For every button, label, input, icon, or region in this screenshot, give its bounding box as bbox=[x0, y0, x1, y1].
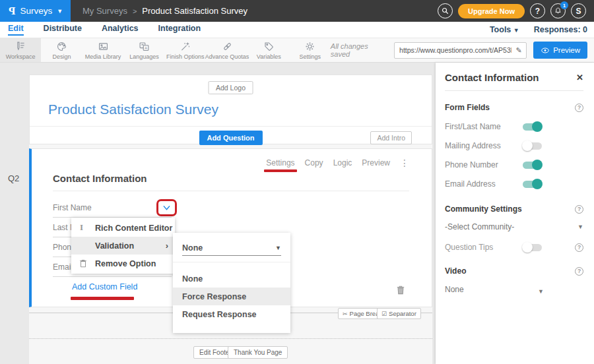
validation-option-force-response[interactable]: Force Response bbox=[173, 288, 290, 305]
question-action-settings[interactable]: Settings bbox=[266, 158, 294, 167]
responses-count[interactable]: Responses: 0 bbox=[534, 25, 587, 34]
toggle-row-mailing-address: Mailing Address bbox=[445, 141, 583, 150]
toggle-first-last-name[interactable] bbox=[523, 123, 542, 131]
community-settings-heading: Community Settings bbox=[445, 204, 522, 214]
chevron-right-icon: › bbox=[166, 241, 168, 251]
chevron-down-icon: ▼ bbox=[538, 288, 544, 295]
question-action-logic[interactable]: Logic bbox=[333, 158, 352, 167]
community-select[interactable]: -Select Community- ▼ bbox=[445, 222, 583, 231]
toolbar-languages[interactable]: A Languages bbox=[123, 38, 164, 62]
magic-wand-icon bbox=[180, 41, 191, 52]
divider bbox=[53, 191, 409, 191]
notifications-button[interactable]: 1 bbox=[550, 3, 566, 18]
chevron-down-icon: ▼ bbox=[275, 245, 281, 251]
search-button[interactable] bbox=[438, 3, 453, 18]
field-first-name[interactable]: First Name bbox=[53, 201, 172, 218]
image-icon bbox=[98, 41, 109, 52]
question-action-copy[interactable]: Copy bbox=[305, 158, 323, 167]
toggle-question-tips[interactable] bbox=[523, 244, 542, 251]
survey-title[interactable]: Product Satisfaction Survey bbox=[48, 102, 218, 117]
toolbar-settings[interactable]: Settings bbox=[289, 38, 330, 62]
validation-options: None Force Response Request Response bbox=[173, 270, 290, 323]
panel-header: Contact Information ✕ bbox=[445, 72, 583, 83]
field-options-chevron-button[interactable] bbox=[156, 199, 177, 216]
add-custom-field-link[interactable]: Add Custom Field bbox=[72, 282, 137, 291]
delete-question-button[interactable] bbox=[396, 285, 405, 297]
panel-title: Contact Information bbox=[445, 72, 539, 83]
trash-icon bbox=[396, 285, 405, 295]
toolbar-design[interactable]: Design bbox=[41, 38, 82, 62]
survey-nav: Edit Distribute Analytics Integration To… bbox=[0, 22, 594, 38]
toggle-mailing-address[interactable] bbox=[523, 142, 542, 150]
tools-menu[interactable]: Tools ▼ bbox=[490, 25, 519, 34]
help-icon[interactable]: ? bbox=[575, 267, 583, 276]
question-mark-icon: ? bbox=[535, 7, 540, 16]
add-logo-button[interactable]: Add Logo bbox=[208, 81, 253, 94]
validation-option-request-response[interactable]: Request Response bbox=[173, 305, 290, 323]
product-switcher[interactable]: P Surveys ▼ bbox=[0, 0, 71, 22]
trash-icon bbox=[79, 258, 88, 268]
toolbar-variables[interactable]: Variables bbox=[248, 38, 289, 62]
thank-you-page-button[interactable]: Thank You Page bbox=[228, 346, 288, 359]
checkbox-icon: ☑ bbox=[381, 311, 387, 317]
account-avatar[interactable]: S bbox=[571, 3, 586, 18]
edit-url-pencil-icon[interactable]: ✎ bbox=[512, 43, 526, 58]
video-section-header: Video ? bbox=[445, 266, 583, 276]
toggle-phone-number[interactable] bbox=[523, 162, 542, 169]
separator-button[interactable]: ☑ Separator bbox=[377, 308, 421, 319]
video-select[interactable]: None ▼ bbox=[445, 284, 544, 295]
workspace-icon bbox=[15, 41, 26, 52]
upgrade-now-button[interactable]: Upgrade Now bbox=[458, 4, 525, 18]
question-title[interactable]: Contact Information bbox=[53, 173, 147, 184]
community-section-header: Community Settings ? bbox=[445, 204, 583, 214]
menu-item-remove-option[interactable]: Remove Option bbox=[71, 255, 175, 272]
field-context-menu: I Rich Content Editor Validation › Remov… bbox=[71, 218, 175, 274]
help-icon[interactable]: ? bbox=[575, 104, 583, 112]
text-cursor-icon: I bbox=[80, 222, 83, 233]
divider bbox=[30, 126, 432, 127]
toolbar-advance-quotas[interactable]: Advance Quotas bbox=[206, 38, 248, 62]
breadcrumb: My Surveys > Product Satisfaction Survey bbox=[82, 6, 248, 16]
survey-url-value: https://www.questionpro.com/t/AP53kZgUI bbox=[395, 46, 512, 54]
tab-distribute[interactable]: Distribute bbox=[44, 24, 82, 36]
more-options-icon[interactable]: ⋮ bbox=[400, 158, 409, 168]
close-icon[interactable]: ✕ bbox=[576, 73, 583, 82]
gear-icon bbox=[304, 41, 315, 52]
toggle-row-email-address: Email Address bbox=[445, 179, 583, 189]
menu-item-validation[interactable]: Validation › bbox=[71, 237, 175, 255]
toolbar-right: All changes saved https://www.questionpr… bbox=[331, 38, 594, 62]
add-intro-button[interactable]: Add Intro bbox=[370, 131, 412, 144]
video-heading: Video bbox=[445, 266, 466, 276]
toggle-row-phone-number: Phone Number bbox=[445, 160, 583, 169]
nav-tabs: Edit Distribute Analytics Integration bbox=[8, 24, 201, 36]
chevron-down-icon: ▼ bbox=[578, 224, 583, 230]
red-annotation-underline bbox=[264, 169, 296, 172]
toolbar-finish-options[interactable]: Finish Options bbox=[165, 38, 206, 62]
footer-dotted-divider bbox=[29, 338, 432, 339]
validation-option-none[interactable]: None bbox=[173, 270, 290, 288]
validation-select[interactable]: None ▼ bbox=[182, 241, 281, 256]
help-icon[interactable]: ? bbox=[575, 243, 583, 252]
divider bbox=[445, 90, 583, 91]
toolbar-media-library[interactable]: Media Library bbox=[82, 38, 123, 62]
question-action-preview[interactable]: Preview bbox=[362, 158, 390, 167]
survey-header-card: Add Logo Product Satisfaction Survey Add… bbox=[29, 75, 432, 144]
chain-link-icon bbox=[222, 41, 233, 52]
form-fields-section-header: Form Fields ? bbox=[445, 103, 583, 112]
survey-url-field[interactable]: https://www.questionpro.com/t/AP53kZgUI … bbox=[394, 42, 527, 59]
notification-badge: 1 bbox=[560, 1, 568, 9]
tab-edit[interactable]: Edit bbox=[8, 24, 24, 36]
breadcrumb-my-surveys[interactable]: My Surveys bbox=[82, 6, 127, 16]
add-question-button[interactable]: Add Question bbox=[199, 131, 262, 145]
translate-icon: A bbox=[139, 41, 150, 52]
menu-item-rich-content-editor[interactable]: I Rich Content Editor bbox=[71, 219, 175, 237]
toolbar-workspace[interactable]: Workspace bbox=[0, 38, 41, 62]
preview-button[interactable]: Preview bbox=[533, 42, 587, 59]
help-icon[interactable]: ? bbox=[575, 205, 583, 214]
breadcrumb-current-survey: Product Satisfaction Survey bbox=[142, 6, 248, 16]
tab-analytics[interactable]: Analytics bbox=[102, 24, 139, 36]
search-icon bbox=[441, 7, 449, 15]
help-button[interactable]: ? bbox=[530, 3, 545, 18]
toggle-email-address[interactable] bbox=[523, 181, 542, 188]
tab-integration[interactable]: Integration bbox=[158, 24, 201, 36]
